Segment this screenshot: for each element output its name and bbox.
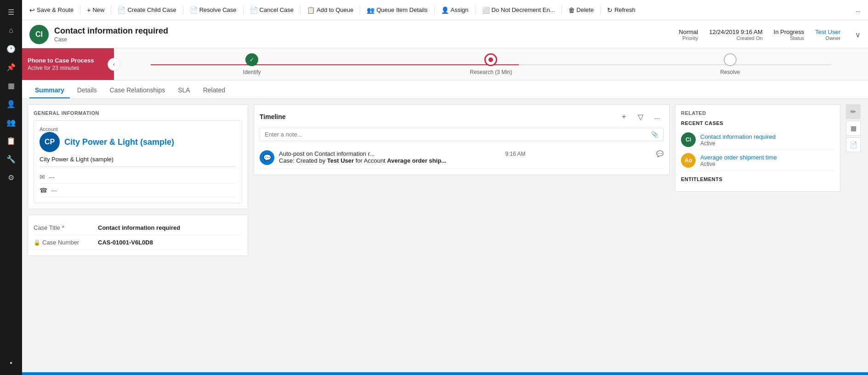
related-case-name-0[interactable]: Contact information required [700,133,776,140]
tab-related[interactable]: Related [198,83,231,98]
account-label: Account [40,126,236,132]
created-value: 12/24/2019 9:16 AM [709,28,762,35]
timeline-more-button[interactable]: ... [651,110,664,123]
cancel-case-button[interactable]: 📄 Cancel Case [246,3,297,17]
related-case-status-1: Active [700,161,777,167]
timeline-item-detail: Case: Created by Test User for Account A… [279,157,664,164]
related-case-0[interactable]: Ci Contact information required Active [681,130,834,150]
cases-icon[interactable]: 📋 [3,132,19,149]
timeline-filter-button[interactable]: ▽ [634,110,647,123]
queue-icon: 📋 [307,6,315,14]
case-number-label: 🔒 Case Number [34,239,98,246]
add-to-queue-button[interactable]: 📋 Add to Queue [303,3,357,17]
accounts-icon[interactable]: 👤 [3,96,19,112]
account-email-field: ✉ --- [40,170,236,184]
priority-field: Normal Priority [679,28,698,41]
process-step-resolve[interactable]: Resolve [611,53,850,75]
dashboards-icon[interactable]: ▦ [3,77,19,94]
timeline-item-content: Auto-post on Contact information r... 9:… [279,150,664,165]
account-avatar: CP [40,132,60,152]
refresh-icon: ↻ [607,6,613,14]
process-sidebar[interactable]: Phone to Case Process Active for 23 minu… [22,48,114,80]
record-type: Case [54,36,67,43]
tab-sla[interactable]: SLA [172,83,195,98]
related-section-title: RELATED [681,110,834,116]
more-options-button[interactable]: ... [852,3,864,17]
created-on-field: 12/24/2019 9:16 AM Created On [709,28,762,41]
hamburger-icon[interactable]: ☰ [3,4,19,20]
process-title: Phone to Case Process [28,57,108,64]
panel-center: Timeline + ▽ ... 📎 💬 Auto-post on C [254,104,669,367]
step-research-label: Research (3 Min) [470,69,512,75]
timeline-item-meta: Auto-post on Contact information r... 9:… [279,150,664,157]
tab-summary[interactable]: Summary [29,83,70,98]
main-wrapper: ↩ Save & Route + New 📄 Create Child Case… [22,0,868,375]
tab-details[interactable]: Details [72,83,102,98]
timeline-note-field[interactable] [265,131,647,138]
contacts-icon[interactable]: 👥 [3,114,19,131]
save-route-button[interactable]: ↩ Save & Route [26,3,77,17]
status-label: Status [790,35,804,41]
case-title-row: Case Title * Contact information require… [34,221,242,235]
tab-case-relationships[interactable]: Case Relationships [104,83,171,98]
content-area: GENERAL INFORMATION Account CP City Powe… [22,99,868,372]
case-title-value: Contact information required [98,224,180,231]
recent-icon[interactable]: 🕐 [3,40,19,57]
general-information-card: GENERAL INFORMATION Account CP City Powe… [28,104,248,209]
process-step-research[interactable]: Research (3 Min) [371,53,610,75]
owner-value[interactable]: Test User [815,28,840,35]
timeline-item-0: 💬 Auto-post on Contact information r... … [260,147,664,169]
queue-item-details-button[interactable]: 👥 Queue Item Details [363,3,431,17]
timeline-note-input-area: 📎 [260,128,664,141]
resolve-case-button[interactable]: 📄 Resolve Case [186,3,240,17]
do-not-decrement-button[interactable]: ⬜ Do Not Decrement En... [478,3,559,17]
account-email-value: --- [49,174,55,181]
delete-icon: 🗑 [568,6,575,14]
pinned-icon[interactable]: 📌 [3,59,19,75]
timeline-item-title: Auto-post on Contact information r... [279,150,374,157]
tool-page-button[interactable]: 📄 [846,137,861,152]
process-step-identify[interactable]: ✓ Identify [132,53,371,75]
create-child-case-button[interactable]: 📄 Create Child Case [114,3,180,17]
header-chevron-icon[interactable]: ∨ [855,30,861,39]
related-case-text-0: Contact information required Active [700,133,776,147]
refresh-button[interactable]: ↻ Refresh [603,3,639,17]
home-icon[interactable]: ⌂ [3,22,19,39]
panel-right: RELATED RECENT CASES Ci Contact informat… [675,104,840,367]
case-number-value: CAS-01001-V6L0D8 [98,239,153,246]
account-phone-value: --- [51,187,57,194]
record-meta: Normal Priority 12/24/2019 9:16 AM Creat… [679,28,861,41]
tools-icon[interactable]: 🔧 [3,151,19,167]
process-steps: ✓ Identify Research (3 Min) Resolve [114,48,868,80]
decrement-icon: ⬜ [482,6,490,14]
save-route-icon: ↩ [29,6,35,14]
related-case-status-0: Active [700,140,776,147]
timeline-add-button[interactable]: + [618,110,630,123]
new-icon: + [87,6,91,14]
entitlements-title: ENTITLEMENTS [681,176,834,182]
timeline-item-action-icon[interactable]: 💬 [656,150,664,157]
attachment-icon[interactable]: 📎 [651,131,658,138]
tool-edit-button[interactable]: ✏ [846,104,861,119]
related-case-1[interactable]: Ao Average order shipment time Active [681,150,834,171]
priority-label: Priority [682,35,698,41]
account-name[interactable]: City Power & Light (sample) [64,137,174,147]
bottom-bar [22,372,868,375]
left-nav: ☰ ⌂ 🕐 📌 ▦ 👤 👥 📋 🔧 ⚙ • [0,0,22,375]
settings-icon[interactable]: ⚙ [3,169,19,186]
new-button[interactable]: + New [83,3,108,17]
related-avatar-0: Ci [681,132,696,147]
panel-left: GENERAL INFORMATION Account CP City Powe… [28,104,248,367]
delete-button[interactable]: 🗑 Delete [565,3,598,17]
phone-icon: ☎ [40,187,47,194]
assign-button[interactable]: 👤 Assign [437,3,472,17]
record-avatar: CI [29,25,49,44]
related-case-name-1[interactable]: Average order shipment time [700,154,777,161]
process-active-text: Active for 23 minutes [28,65,108,71]
owner-label: Owner [826,35,840,41]
required-star: * [62,224,64,231]
more-nav-icon[interactable]: • [3,355,19,371]
related-avatar-1: Ao [681,153,696,168]
tool-grid-button[interactable]: ▦ [846,121,861,136]
process-collapse-icon[interactable]: ‹ [108,58,120,71]
